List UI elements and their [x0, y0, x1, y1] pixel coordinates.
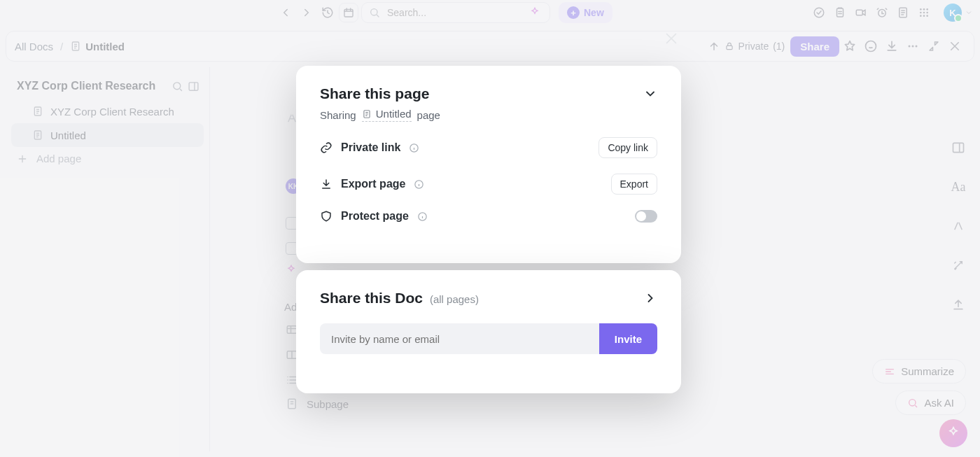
modal-close-button[interactable]	[664, 31, 679, 46]
sharing-doc-name: Untitled	[376, 108, 412, 120]
protect-page-label: Protect page	[341, 210, 409, 223]
export-page-label: Export page	[341, 178, 405, 190]
share-doc-panel: Share this Doc (all pages) Invite	[296, 270, 681, 393]
share-doc-subtitle: (all pages)	[430, 293, 479, 305]
shield-icon	[320, 210, 332, 223]
share-page-title: Share this page	[320, 85, 429, 102]
info-icon[interactable]	[417, 211, 428, 222]
private-link-label: Private link	[341, 141, 400, 154]
share-doc-expand-icon[interactable]	[643, 291, 657, 305]
info-icon[interactable]	[414, 179, 424, 190]
copy-link-button[interactable]: Copy link	[598, 137, 657, 158]
share-page-panel: Share this page Sharing Untitled page Pr…	[296, 66, 681, 263]
sharing-suffix: page	[417, 109, 440, 121]
export-icon	[320, 178, 332, 190]
sharing-doc-chip[interactable]: Untitled	[362, 108, 412, 122]
invite-input[interactable]	[320, 323, 599, 354]
share-page-collapse-icon[interactable]	[643, 87, 657, 101]
export-button[interactable]: Export	[611, 174, 657, 195]
doc-icon	[362, 109, 372, 119]
invite-button[interactable]: Invite	[599, 323, 657, 354]
link-icon	[320, 141, 332, 154]
protect-toggle[interactable]	[635, 210, 657, 223]
sharing-prefix: Sharing	[320, 109, 356, 121]
share-doc-title: Share this Doc	[320, 290, 423, 306]
info-icon[interactable]	[409, 143, 419, 153]
